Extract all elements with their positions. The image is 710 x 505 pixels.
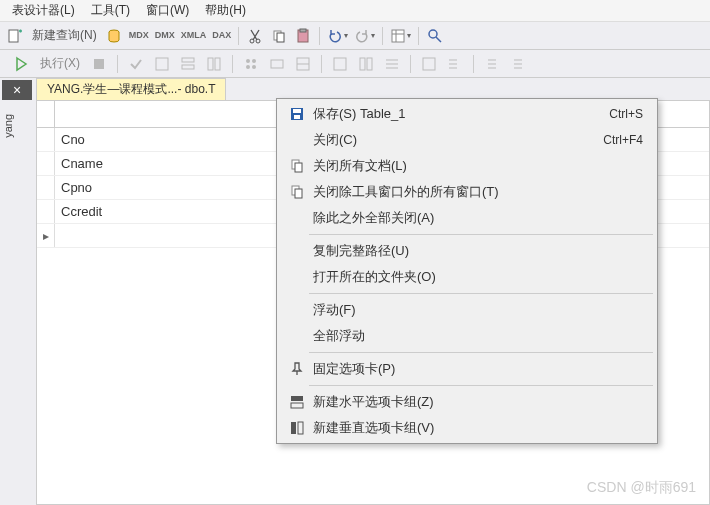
svg-point-9 (429, 30, 437, 38)
toolbar-btn[interactable] (177, 53, 199, 75)
toolbar-btn[interactable] (355, 53, 377, 75)
menu-divider (309, 234, 653, 235)
context-menu-item[interactable]: 关闭(C)Ctrl+F4 (279, 127, 655, 153)
context-menu-item[interactable]: 除此之外全部关闭(A) (279, 205, 655, 231)
chevron-down-icon: ▾ (371, 31, 375, 40)
sidebar: × yang (0, 78, 36, 505)
close-icon[interactable]: × (2, 80, 32, 100)
svg-point-16 (246, 59, 250, 63)
menu-item-label: 新建垂直选项卡组(V) (309, 419, 643, 437)
menu-item-label: 新建水平选项卡组(Z) (309, 393, 643, 411)
redo-icon[interactable]: ▾ (352, 25, 377, 47)
save-icon (285, 106, 309, 122)
menu-help[interactable]: 帮助(H) (197, 2, 254, 19)
context-menu-item[interactable]: 保存(S) Table_1Ctrl+S (279, 101, 655, 127)
toolbar-btn[interactable] (266, 53, 288, 75)
toolbar-btn[interactable] (381, 53, 403, 75)
copy-icon[interactable] (268, 25, 290, 47)
svg-rect-12 (182, 58, 194, 62)
svg-rect-0 (9, 30, 18, 42)
svg-rect-32 (295, 189, 302, 198)
chevron-down-icon: ▾ (344, 31, 348, 40)
context-menu-item[interactable]: 复制完整路径(U) (279, 238, 655, 264)
document-tabs: YANG.学生—课程模式...- dbo.T (36, 78, 710, 100)
mdx-button[interactable]: MDX (127, 25, 151, 47)
toolbar-btn[interactable] (418, 53, 440, 75)
dmx-button[interactable]: DMX (153, 25, 177, 47)
svg-rect-34 (291, 403, 303, 408)
row-handle[interactable] (37, 200, 55, 223)
svg-rect-36 (298, 422, 303, 434)
paste-icon[interactable] (292, 25, 314, 47)
svg-point-19 (252, 65, 256, 69)
undo-icon[interactable]: ▾ (325, 25, 350, 47)
search-icon[interactable] (424, 25, 446, 47)
dax-button[interactable]: DAX (210, 25, 233, 47)
execute-icon[interactable] (10, 53, 32, 75)
svg-point-17 (252, 59, 256, 63)
toolbar-btn[interactable] (444, 53, 466, 75)
menu-item-label: 浮动(F) (309, 301, 643, 319)
svg-rect-7 (300, 29, 306, 32)
context-menu-item[interactable]: 全部浮动 (279, 323, 655, 349)
context-menu-item[interactable]: 固定选项卡(P) (279, 356, 655, 382)
svg-rect-15 (215, 58, 220, 70)
docs-icon (285, 158, 309, 174)
new-item-icon[interactable] (4, 25, 26, 47)
svg-rect-28 (294, 115, 300, 119)
toolbar-separator (117, 55, 118, 73)
svg-rect-10 (94, 59, 104, 69)
menu-item-label: 除此之外全部关闭(A) (309, 209, 643, 227)
row-handle-column (37, 101, 55, 127)
context-menu-item[interactable]: 浮动(F) (279, 297, 655, 323)
watermark: CSDN @时雨691 (587, 479, 696, 497)
context-menu-item[interactable]: 新建垂直选项卡组(V) (279, 415, 655, 441)
row-handle[interactable] (37, 176, 55, 199)
properties-icon[interactable]: ▾ (388, 25, 413, 47)
menu-item-label: 保存(S) Table_1 (309, 105, 609, 123)
svg-point-2 (250, 39, 254, 43)
pin-icon (285, 361, 309, 377)
check-icon[interactable] (125, 53, 147, 75)
context-menu-item[interactable]: 打开所在的文件夹(O) (279, 264, 655, 290)
new-query-button[interactable]: 新建查询(N) (28, 25, 101, 47)
menu-item-label: 关闭除工具窗口外的所有窗口(T) (309, 183, 643, 201)
toolbar-btn[interactable] (240, 53, 262, 75)
row-handle[interactable] (37, 152, 55, 175)
toolbar-btn[interactable] (481, 53, 503, 75)
toolbar-btn[interactable] (292, 53, 314, 75)
menu-window[interactable]: 窗口(W) (138, 2, 197, 19)
execute-button[interactable]: 执行(X) (36, 53, 84, 75)
toolbar-separator (232, 55, 233, 73)
sidebar-item[interactable]: yang (2, 106, 34, 146)
stop-icon[interactable] (88, 53, 110, 75)
menubar: 表设计器(L) 工具(T) 窗口(W) 帮助(H) (0, 0, 710, 22)
menu-item-label: 关闭所有文档(L) (309, 157, 643, 175)
menu-item-label: 固定选项卡(P) (309, 360, 643, 378)
svg-rect-33 (291, 396, 303, 401)
svg-rect-14 (208, 58, 213, 70)
menu-item-label: 复制完整路径(U) (309, 242, 643, 260)
svg-point-18 (246, 65, 250, 69)
menu-item-label: 关闭(C) (309, 131, 603, 149)
toolbar-btn[interactable] (507, 53, 529, 75)
toolbar-btn[interactable] (329, 53, 351, 75)
toolbar-btn[interactable] (203, 53, 225, 75)
context-menu-item[interactable]: 关闭所有文档(L) (279, 153, 655, 179)
svg-rect-22 (334, 58, 346, 70)
db-icon[interactable] (103, 25, 125, 47)
menu-tools[interactable]: 工具(T) (83, 2, 138, 19)
document-tab[interactable]: YANG.学生—课程模式...- dbo.T (36, 78, 226, 100)
menu-item-label: 打开所在的文件夹(O) (309, 268, 643, 286)
svg-rect-20 (271, 60, 283, 68)
row-handle[interactable] (37, 128, 55, 151)
cut-icon[interactable] (244, 25, 266, 47)
menu-table-designer[interactable]: 表设计器(L) (4, 2, 83, 19)
xmla-button[interactable]: XMLA (179, 25, 209, 47)
svg-rect-13 (182, 65, 194, 69)
toolbar-btn[interactable] (151, 53, 173, 75)
svg-rect-8 (392, 30, 404, 42)
context-menu-item[interactable]: 新建水平选项卡组(Z) (279, 389, 655, 415)
svg-rect-5 (277, 33, 284, 42)
context-menu-item[interactable]: 关闭除工具窗口外的所有窗口(T) (279, 179, 655, 205)
